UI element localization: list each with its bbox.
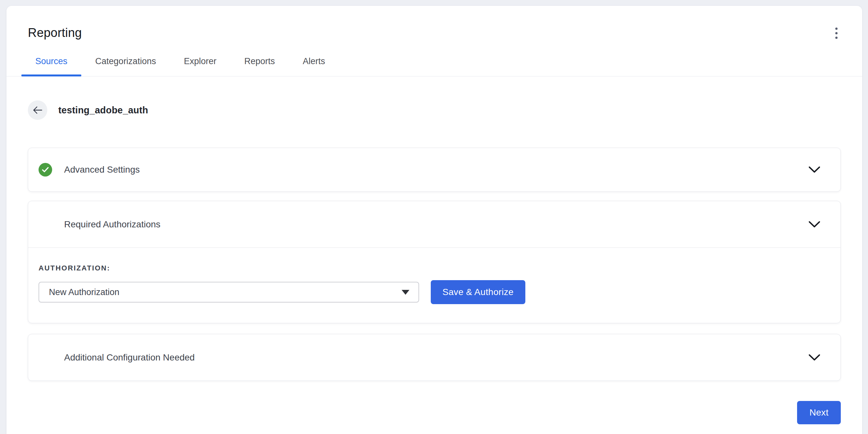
chevron-down-icon[interactable] <box>808 221 820 228</box>
arrow-left-icon <box>33 106 42 114</box>
dropdown-arrow-icon <box>402 290 409 295</box>
panel-title-advanced-settings: Advanced Settings <box>64 164 808 175</box>
panel-additional-configuration: Additional Configuration Needed <box>28 334 841 381</box>
source-name: testing_adobe_auth <box>58 105 148 116</box>
check-circle-icon <box>38 163 52 177</box>
panel-title-additional-configuration: Additional Configuration Needed <box>64 352 808 363</box>
authorization-label: AUTHORIZATION: <box>38 264 830 272</box>
authorization-select-value: New Authorization <box>49 287 402 297</box>
tab-alerts[interactable]: Alerts <box>289 56 339 76</box>
authorization-select[interactable]: New Authorization <box>38 282 419 303</box>
tab-explorer[interactable]: Explorer <box>170 56 230 76</box>
back-button[interactable] <box>28 100 47 120</box>
authorization-section: AUTHORIZATION: New Authorization Save & … <box>28 248 840 323</box>
footer: Next <box>28 401 841 434</box>
next-button[interactable]: Next <box>797 401 841 424</box>
reporting-card: Reporting Sources Categorizations Explor… <box>6 6 862 434</box>
tab-reports[interactable]: Reports <box>230 56 289 76</box>
chevron-down-icon[interactable] <box>808 354 820 361</box>
kebab-menu-icon[interactable] <box>829 26 843 40</box>
card-header: Reporting Sources Categorizations Explor… <box>6 6 862 76</box>
tab-categorizations[interactable]: Categorizations <box>81 56 170 76</box>
panel-advanced-settings-header[interactable]: Advanced Settings <box>28 148 840 191</box>
tab-sources[interactable]: Sources <box>21 56 81 76</box>
panel-advanced-settings: Advanced Settings <box>28 148 841 192</box>
tabs-divider <box>6 76 862 76</box>
panel-required-authorizations: Required Authorizations AUTHORIZATION: N… <box>28 201 841 323</box>
tab-strip: Sources Categorizations Explorer Reports… <box>28 56 841 76</box>
page-title: Reporting <box>28 25 82 40</box>
panel-title-required-authorizations: Required Authorizations <box>64 219 808 229</box>
panel-additional-configuration-header[interactable]: Additional Configuration Needed <box>28 334 840 380</box>
source-header: testing_adobe_auth <box>28 100 841 120</box>
panel-required-authorizations-header[interactable]: Required Authorizations <box>28 201 840 247</box>
chevron-down-icon[interactable] <box>808 166 820 173</box>
save-authorize-button[interactable]: Save & Authorize <box>431 280 525 304</box>
content: testing_adobe_auth Advanced Settings <box>6 100 862 434</box>
